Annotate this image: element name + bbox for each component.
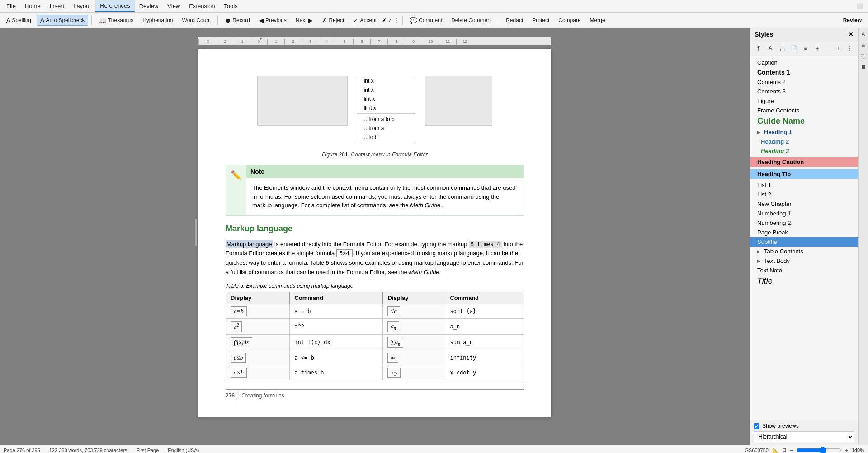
style-item-caption[interactable]: Caption [750, 58, 858, 67]
section-heading: Markup language [226, 224, 524, 234]
table-ref-5: 5 [326, 259, 329, 266]
close-styles-icon[interactable]: ✕ [848, 31, 854, 38]
delete-comment-button[interactable]: Delete Comment [448, 15, 495, 25]
menu-references[interactable]: References [95, 0, 134, 12]
style-item-contents3[interactable]: Contents 3 [750, 87, 858, 96]
menu-item-lint[interactable]: lint x [357, 85, 415, 94]
menu-review[interactable]: Review [135, 1, 163, 11]
style-item-contents2[interactable]: Contents 2 [750, 77, 858, 87]
zoom-slider[interactable] [796, 447, 841, 453]
style-label-numbering2: Numbering 2 [757, 219, 791, 226]
menu-item-llint[interactable]: llint x [357, 94, 415, 103]
style-item-subtitle[interactable]: Subtitle [750, 237, 858, 247]
command-cell-8: infinity [445, 350, 524, 365]
style-item-list2[interactable]: List 2 [750, 190, 858, 199]
compare-button[interactable]: Compare [555, 15, 584, 25]
style-item-heading-caution[interactable]: Heading Caution [750, 156, 858, 168]
arrow-text-body-icon: ▶ [757, 259, 760, 263]
note-header: Note [246, 165, 524, 178]
document-page: iint x lint x llint x lllint x ... from … [198, 49, 551, 417]
right-icon-3[interactable]: ⬚ [859, 51, 867, 61]
status-icon-2[interactable]: ⊞ [782, 447, 786, 453]
style-item-frame-contents[interactable]: Frame Contents [750, 106, 858, 115]
menu-file[interactable]: File [2, 1, 20, 11]
status-icon-1[interactable]: 📐 [772, 447, 778, 453]
redact-button[interactable]: Redact [502, 15, 527, 25]
menu-extension[interactable]: Extension [184, 1, 219, 11]
command-cell-7: a <= b [290, 350, 383, 365]
comment-button[interactable]: 💬 Comment [406, 15, 446, 26]
style-item-page-break[interactable]: Page Break [750, 228, 858, 237]
zoom-out-icon[interactable]: − [790, 448, 793, 453]
protect-button[interactable]: Protect [528, 15, 553, 25]
next-button[interactable]: Next ▶ [292, 15, 317, 26]
track-check-icon[interactable]: ✓ [388, 17, 392, 23]
wordcount-button[interactable]: Word Count [179, 15, 215, 25]
menu-item-iint[interactable]: iint x [357, 76, 415, 85]
style-item-heading-tip[interactable]: Heading Tip [750, 168, 858, 180]
more-icon[interactable]: ⋮ [844, 43, 854, 53]
style-label-guide-name: Guide Name [757, 117, 805, 126]
styles-title: Styles [755, 31, 773, 38]
style-item-guide-name[interactable]: Guide Name [750, 115, 858, 127]
right-icon-1[interactable]: A [860, 30, 866, 39]
style-char-icon[interactable]: A [765, 43, 775, 53]
autospellcheck-icon: A [40, 17, 44, 24]
previous-button[interactable]: ◀ Previous [255, 15, 290, 26]
maximize-icon[interactable]: ⬜ [854, 3, 866, 9]
style-frame-icon[interactable]: ⬚ [777, 43, 787, 53]
menu-item-fromtob[interactable]: ... from a to b [357, 115, 415, 124]
ruler-mark: 4 [319, 39, 336, 45]
style-table-icon[interactable]: ⊞ [812, 43, 822, 53]
style-item-text-body[interactable]: ▶ Text Body [750, 256, 858, 266]
col-header-command2: Command [445, 292, 524, 304]
command-cell-5: int f(x) dx [290, 335, 383, 350]
style-list-icon[interactable]: ≡ [801, 43, 811, 53]
merge-button[interactable]: Merge [586, 15, 609, 25]
ruler-mark: ▼0 [250, 39, 267, 45]
menu-item-tob[interactable]: ... to b [357, 133, 415, 142]
menu-insert[interactable]: Insert [45, 1, 69, 11]
menu-view[interactable]: View [163, 1, 184, 11]
autospellcheck-button[interactable]: A Auto Spellcheck [37, 15, 88, 26]
style-item-numbering1[interactable]: Numbering 1 [750, 209, 858, 218]
track-options-icon[interactable]: ⋮ [394, 17, 399, 23]
style-item-numbering2[interactable]: Numbering 2 [750, 218, 858, 228]
style-item-text-note[interactable]: Text Note [750, 266, 858, 275]
style-item-heading1[interactable]: ▶ Heading 1 [750, 127, 858, 137]
show-previews-label[interactable]: Show previews [754, 423, 854, 429]
new-style-icon[interactable]: + [834, 43, 844, 53]
style-item-heading3[interactable]: Heading 3 [750, 146, 858, 156]
menu-tools[interactable]: Tools [219, 1, 242, 11]
menu-layout[interactable]: Layout [69, 1, 95, 11]
style-page-icon[interactable]: 📄 [789, 43, 799, 53]
thesaurus-button[interactable]: 📖 Thesaurus [95, 15, 137, 26]
style-item-contents1[interactable]: Contents 1 [750, 67, 858, 77]
style-item-table-contents[interactable]: ▶ Table Contents [750, 247, 858, 256]
track-x-icon[interactable]: ✗ [382, 17, 387, 23]
record-button[interactable]: ⏺ Record [221, 15, 254, 26]
hyphenation-button[interactable]: Hyphenation [139, 15, 176, 25]
display-cell-2: √a [383, 304, 445, 318]
zoom-in-icon[interactable]: + [845, 448, 848, 453]
style-item-title[interactable]: Title [750, 275, 858, 287]
style-item-list1[interactable]: List 1 [750, 180, 858, 190]
hierarchical-dropdown[interactable]: Hierarchical Flat Custom [754, 431, 854, 442]
style-label-subtitle: Subtitle [757, 238, 777, 245]
accept-button[interactable]: ✓ Accept [349, 15, 380, 26]
menu-item-lllint[interactable]: lllint x [357, 103, 415, 112]
document-area[interactable]: -3 -2 -1 ▼0 1 2 3 4 5 6 7 8 9 10 11 12 [0, 28, 750, 445]
right-icon-2[interactable]: ≡ [860, 41, 866, 50]
menu-home[interactable]: Home [20, 1, 45, 11]
note-body: The Elements window and the context menu… [246, 178, 524, 215]
style-item-heading2[interactable]: Heading 2 [750, 137, 858, 146]
style-para-icon[interactable]: ¶ [754, 43, 764, 53]
spelling-button[interactable]: A Spelling [3, 15, 35, 26]
menu-item-froma[interactable]: ... from a [357, 124, 415, 133]
right-icon-4[interactable]: ≣ [860, 62, 867, 71]
style-item-figure[interactable]: Figure [750, 96, 858, 106]
reject-button[interactable]: ✗ Reject [318, 15, 348, 26]
style-item-new-chapter[interactable]: New Chapter [750, 199, 858, 209]
show-previews-checkbox[interactable] [754, 423, 760, 429]
ruler-mark: 1 [267, 39, 284, 45]
